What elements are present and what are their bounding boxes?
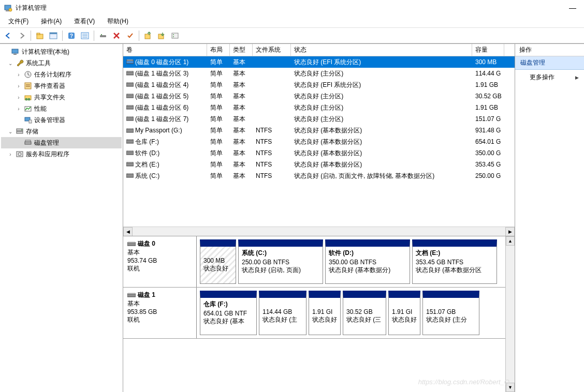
svg-rect-4 xyxy=(37,33,40,35)
collapse-icon[interactable]: ⌄ xyxy=(7,129,13,134)
volume-row[interactable]: 软件 (D:)简单基本NTFS状态良好 (基本数据分区)350.00 G xyxy=(123,147,515,159)
refresh-button[interactable] xyxy=(97,29,109,42)
tree-shared-folders[interactable]: ›共享文件夹 xyxy=(1,92,122,103)
actions-more[interactable]: 更多操作 ▶ xyxy=(515,70,584,85)
list-button[interactable] xyxy=(79,29,91,42)
col-fs[interactable]: 文件系统 xyxy=(253,44,291,56)
svg-point-27 xyxy=(25,98,28,101)
partition[interactable]: 30.52 GB状态良好 (三 xyxy=(343,291,386,335)
horizontal-scrollbar[interactable]: ◀ ▶ xyxy=(123,227,515,236)
tree-root[interactable]: 计算机管理(本地) xyxy=(1,46,122,57)
scroll-up-icon[interactable]: ▲ xyxy=(506,236,515,246)
tree-device-manager[interactable]: 设备管理器 xyxy=(1,114,122,126)
delete-button[interactable] xyxy=(110,29,123,42)
expand-icon[interactable]: › xyxy=(16,106,22,112)
tree-services-apps[interactable]: ›服务和应用程序 xyxy=(1,148,122,160)
volume-row[interactable]: 文档 (E:)简单基本NTFS状态良好 (基本数据分区)353.45 G xyxy=(123,159,515,170)
vertical-scrollbar[interactable]: ▲ ▼ xyxy=(505,236,515,392)
volume-row[interactable]: (磁盘 1 磁盘分区 4)简单基本状态良好 (EFI 系统分区)1.91 GB xyxy=(123,79,515,91)
col-layout[interactable]: 布局 xyxy=(207,44,230,56)
disk-row: 磁盘 0基本953.74 GB联机 300 MB状态良好系统 (C:)250.0… xyxy=(123,236,515,288)
partition[interactable]: 1.91 GI状态良好 xyxy=(388,291,420,335)
col-capacity[interactable]: 容量 xyxy=(472,44,504,56)
volume-icon xyxy=(126,105,134,110)
tree-system-tools[interactable]: ⌄系统工具 xyxy=(1,57,122,69)
partition[interactable]: 1.91 GI状态良好 xyxy=(309,291,341,335)
minimize-button[interactable]: — xyxy=(565,3,580,13)
forward-button[interactable] xyxy=(16,29,28,42)
up-button[interactable] xyxy=(34,29,46,42)
col-status[interactable]: 状态 xyxy=(291,44,472,56)
toolbar-separator xyxy=(94,31,94,41)
partition[interactable]: 软件 (D:)350.00 GB NTFS状态良好 (基本数据分) xyxy=(325,239,410,284)
expand-icon[interactable]: › xyxy=(7,152,13,157)
menu-view[interactable]: 查看(V) xyxy=(68,16,101,27)
scroll-down-icon[interactable]: ▼ xyxy=(506,383,515,392)
expand-icon[interactable]: › xyxy=(16,83,22,89)
volume-row[interactable]: (磁盘 1 磁盘分区 5)简单基本状态良好 (主分区)30.52 GB xyxy=(123,91,515,102)
toolbar-separator xyxy=(139,31,139,41)
partition[interactable]: 300 MB状态良好 xyxy=(200,239,236,284)
tree-disk-management[interactable]: 磁盘管理 xyxy=(1,137,122,148)
titlebar: 计算机管理 — xyxy=(0,0,584,16)
partition[interactable]: 文档 (E:)353.45 GB NTFS状态良好 (基本数据分区 xyxy=(412,239,497,284)
volume-row[interactable]: (磁盘 1 磁盘分区 6)简单基本状态良好 (主分区)1.91 GB xyxy=(123,102,515,113)
action1-button[interactable] xyxy=(142,29,154,42)
volume-icon xyxy=(126,71,134,76)
view-button[interactable] xyxy=(47,29,60,42)
event-icon xyxy=(24,82,32,90)
chevron-right-icon: ▶ xyxy=(575,75,579,80)
tree-event-viewer[interactable]: ›事件查看器 xyxy=(1,80,122,92)
volume-row[interactable]: (磁盘 1 磁盘分区 7)简单基本状态良好 (主分区)151.07 G xyxy=(123,113,515,125)
partition[interactable]: 114.44 GB状态良好 (主 xyxy=(259,291,306,335)
col-volume[interactable]: 卷 xyxy=(123,44,207,56)
svg-rect-44 xyxy=(127,82,133,83)
volume-icon xyxy=(126,173,134,178)
menu-action[interactable]: 操作(A) xyxy=(35,16,68,27)
svg-rect-61 xyxy=(127,243,136,246)
properties-button[interactable] xyxy=(124,29,136,42)
partition[interactable]: 151.07 GB状态良好 (主分 xyxy=(422,291,479,335)
svg-rect-64 xyxy=(128,293,135,294)
collapse-icon[interactable]: ⌄ xyxy=(7,61,13,66)
volume-row[interactable]: (磁盘 0 磁盘分区 1)简单基本状态良好 (EFI 系统分区)300 MB xyxy=(123,56,515,68)
partition[interactable]: 系统 (C:)250.00 GB NTFS状态良好 (启动, 页面) xyxy=(238,239,323,284)
menu-file[interactable]: 文件(F) xyxy=(2,16,35,27)
volume-row[interactable]: 系统 (C:)简单基本NTFS状态良好 (启动, 页面文件, 故障转储, 基本数… xyxy=(123,170,515,182)
tree-storage[interactable]: ⌄存储 xyxy=(1,126,122,137)
actions-pane: 操作 磁盘管理 更多操作 ▶ xyxy=(515,44,584,392)
svg-rect-52 xyxy=(127,128,133,129)
volume-list: 卷 布局 类型 文件系统 状态 容量 (磁盘 0 磁盘分区 1)简单基本状态良好… xyxy=(123,44,515,236)
center-pane: 卷 布局 类型 文件系统 状态 容量 (磁盘 0 磁盘分区 1)简单基本状态良好… xyxy=(123,44,515,392)
actions-group-title[interactable]: 磁盘管理 xyxy=(515,56,584,70)
scroll-track[interactable] xyxy=(133,227,505,236)
expand-icon[interactable]: › xyxy=(16,95,22,100)
svg-rect-56 xyxy=(127,150,133,152)
clock-icon xyxy=(24,70,32,79)
tree-performance[interactable]: ›性能 xyxy=(1,103,122,114)
scroll-left-icon[interactable]: ◀ xyxy=(123,227,133,236)
help-button[interactable]: ? xyxy=(65,29,78,42)
tree-task-scheduler[interactable]: ›任务计划程序 xyxy=(1,69,122,80)
svg-rect-58 xyxy=(127,162,133,163)
volume-icon xyxy=(126,94,134,99)
scroll-right-icon[interactable]: ▶ xyxy=(505,227,515,236)
expand-icon[interactable]: › xyxy=(16,72,22,78)
menu-help[interactable]: 帮助(H) xyxy=(101,16,135,27)
computer-icon xyxy=(11,48,20,56)
disk-info[interactable]: 磁盘 1基本953.85 GB联机 xyxy=(123,288,197,338)
settings-button[interactable] xyxy=(169,29,181,42)
volume-row[interactable]: 仓库 (F:)简单基本NTFS状态良好 (基本数据分区)654.01 G xyxy=(123,136,515,147)
actions-header: 操作 xyxy=(515,44,584,56)
window-title: 计算机管理 xyxy=(16,4,47,12)
wrench-icon xyxy=(16,59,24,67)
volume-row[interactable]: (磁盘 1 磁盘分区 3)简单基本状态良好 (主分区)114.44 G xyxy=(123,68,515,79)
action2-button[interactable] xyxy=(155,29,168,42)
col-type[interactable]: 类型 xyxy=(230,44,253,56)
volume-icon xyxy=(126,82,134,87)
partition[interactable]: 仓库 (F:)654.01 GB NTF状态良好 (基本 xyxy=(200,291,257,335)
disk-info[interactable]: 磁盘 0基本953.74 GB联机 xyxy=(123,236,197,287)
back-button[interactable] xyxy=(2,29,14,42)
disk-partitions: 仓库 (F:)654.01 GB NTF状态良好 (基本 114.44 GB状态… xyxy=(197,288,515,338)
volume-row[interactable]: My Passport (G:)简单基本NTFS状态良好 (基本数据分区)931… xyxy=(123,125,515,136)
